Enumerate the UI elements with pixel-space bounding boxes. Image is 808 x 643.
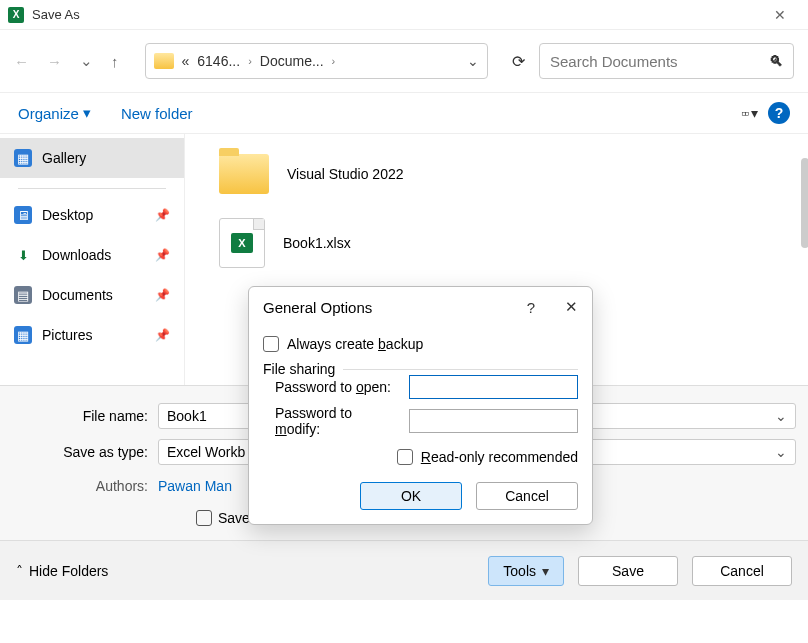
sidebar-item-documents[interactable]: ▤ Documents 📌 [0,275,184,315]
hide-folders-button[interactable]: ˄ Hide Folders [16,563,108,579]
dialog-close-button[interactable]: ✕ [565,298,578,316]
breadcrumb-seg-1[interactable]: 6146... [197,53,240,69]
password-modify-input[interactable] [409,409,578,433]
dialog-title: General Options [263,299,372,316]
cancel-button[interactable]: Cancel [692,556,792,586]
pin-icon[interactable]: 📌 [155,248,170,262]
back-button[interactable]: ← [14,53,29,70]
tools-label: Tools [503,563,536,579]
sidebar-item-label: Documents [42,287,113,303]
chevron-right-icon[interactable]: › [248,55,252,67]
recent-locations-dropdown[interactable]: ⌄ [80,52,93,70]
sidebar-item-gallery[interactable]: ▦ Gallery [0,138,184,178]
breadcrumb[interactable]: « 6146... › Docume... › ⌄ [145,43,489,79]
always-backup-checkbox[interactable] [263,336,279,352]
downloads-icon: ⬇ [14,246,32,264]
gallery-icon: ▦ [14,149,32,167]
save-button[interactable]: Save [578,556,678,586]
item-name: Visual Studio 2022 [287,166,404,182]
help-button[interactable]: ? [768,102,790,124]
sidebar-separator [18,188,166,189]
window-close-button[interactable]: ✕ [760,7,800,23]
search-placeholder: Search Documents [550,53,769,70]
command-bar: Organize ▾ New folder ▫▫ ▾ ? [0,92,808,134]
always-backup-label[interactable]: Always create backup [287,336,423,352]
dialog-cancel-button[interactable]: Cancel [476,482,578,510]
chevron-up-icon: ˄ [16,563,23,579]
scrollbar-thumb[interactable] [801,158,808,248]
search-input[interactable]: Search Documents 🔍︎ [539,43,794,79]
sidebar-item-label: Downloads [42,247,111,263]
documents-icon: ▤ [14,286,32,304]
breadcrumb-seg-2[interactable]: Docume... [260,53,324,69]
sidebar-item-downloads[interactable]: ⬇ Downloads 📌 [0,235,184,275]
forward-button[interactable]: → [47,53,62,70]
sidebar-item-label: Pictures [42,327,93,343]
navigation-bar: ← → ⌄ ↑ « 6146... › Docume... › ⌄ ⟳ Sear… [0,30,808,92]
sidebar-item-pictures[interactable]: ▦ Pictures 📌 [0,315,184,355]
refresh-button[interactable]: ⟳ [506,52,531,71]
sidebar-item-desktop[interactable]: 🖥 Desktop 📌 [0,195,184,235]
pin-icon[interactable]: 📌 [155,288,170,302]
dialog-titlebar: General Options ? ✕ [249,287,592,327]
dialog-help-button[interactable]: ? [527,299,535,316]
tools-menu[interactable]: Tools ▾ [488,556,564,586]
save-thumbnail-checkbox[interactable] [196,510,212,526]
folder-icon [219,154,269,194]
list-item[interactable]: X Book1.xlsx [195,215,798,270]
password-open-input[interactable] [409,375,578,399]
chevron-down-icon[interactable]: ⌄ [775,408,787,424]
excel-file-icon: X [219,218,265,268]
item-name: Book1.xlsx [283,235,351,251]
view-options[interactable]: ▫▫ ▾ [741,105,758,121]
authors-value[interactable]: Pawan Man [158,478,232,494]
up-button[interactable]: ↑ [111,53,119,70]
folder-icon [154,53,174,69]
chevron-down-icon: ▾ [751,105,758,121]
chevron-right-icon[interactable]: › [332,55,336,67]
window-title: Save As [32,7,760,22]
chevron-down-icon[interactable]: ⌄ [775,444,787,460]
excel-app-icon: X [8,7,24,23]
password-modify-label: Password to modify: [263,405,401,437]
dialog-ok-button[interactable]: OK [360,482,462,510]
sidebar: ▦ Gallery 🖥 Desktop 📌 ⬇ Downloads 📌 ▤ Do… [0,134,185,385]
footer-bar: ˄ Hide Folders Tools ▾ Save Cancel [0,540,808,600]
organize-menu[interactable]: Organize ▾ [18,104,91,122]
readonly-checkbox[interactable] [397,449,413,465]
file-name-value: Book1 [167,408,207,424]
breadcrumb-dropdown[interactable]: ⌄ [467,53,479,69]
file-name-label: File name: [0,408,158,424]
search-icon[interactable]: 🔍︎ [769,53,783,69]
desktop-icon: 🖥 [14,206,32,224]
general-options-dialog: General Options ? ✕ Always create backup… [248,286,593,525]
password-open-label: Password to open: [263,379,401,395]
readonly-label[interactable]: Read-only recommended [421,449,578,465]
view-grid-icon: ▫▫ [741,105,747,121]
new-folder-button[interactable]: New folder [121,105,193,122]
pictures-icon: ▦ [14,326,32,344]
nav-arrows: ← → ⌄ ↑ [14,52,119,70]
chevron-down-icon: ▾ [542,563,549,579]
save-type-label: Save as type: [0,444,158,460]
sidebar-item-label: Gallery [42,150,86,166]
pin-icon[interactable]: 📌 [155,208,170,222]
breadcrumb-prefix: « [182,53,190,69]
pin-icon[interactable]: 📌 [155,328,170,342]
list-item[interactable]: Visual Studio 2022 [195,146,798,201]
chevron-down-icon: ▾ [83,104,91,122]
title-bar: X Save As ✕ [0,0,808,30]
authors-label: Authors: [0,478,158,494]
hide-folders-label: Hide Folders [29,563,108,579]
save-type-value: Excel Workb [167,444,245,460]
organize-label: Organize [18,105,79,122]
sidebar-item-label: Desktop [42,207,93,223]
